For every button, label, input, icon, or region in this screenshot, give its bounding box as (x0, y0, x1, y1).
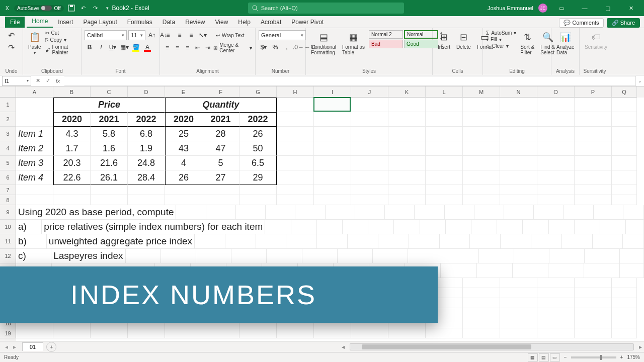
italic-button[interactable]: I (96, 42, 106, 52)
col-header-I[interactable]: I (314, 86, 351, 98)
horizontal-scrollbar[interactable] (350, 343, 634, 350)
insert-cells-button[interactable]: ⊞Insert (436, 30, 452, 51)
close-icon[interactable]: ✕ (622, 0, 640, 16)
search-input[interactable]: Search (Alt+Q) (248, 3, 404, 14)
bold-button[interactable]: B (85, 42, 95, 52)
align-left-icon[interactable]: ≡ (163, 43, 172, 53)
paste-button[interactable]: 📋Paste▾ (26, 30, 43, 56)
hscroll-left-icon[interactable]: ◂ (340, 343, 347, 350)
decrease-indent-icon[interactable]: ⇤ (193, 43, 202, 53)
style-bad[interactable]: Bad (369, 40, 403, 48)
border-button[interactable]: ▦▾ (119, 42, 129, 52)
row-header-9[interactable]: 9 (0, 205, 16, 220)
tab-help[interactable]: Help (233, 17, 256, 28)
name-box[interactable]: I1▾ (2, 76, 31, 86)
autosum-button[interactable]: Σ AutoSum ▾ (486, 30, 516, 36)
qat-dropdown-icon[interactable]: ▾ (103, 4, 112, 13)
row-header-6[interactable]: 6 (0, 170, 16, 185)
font-color-button[interactable]: A (142, 42, 152, 52)
col-header-M[interactable]: M (463, 86, 500, 98)
align-middle-icon[interactable]: ≡ (175, 30, 185, 40)
autosave-toggle[interactable]: AutoSave Off (14, 5, 64, 12)
conditional-formatting-button[interactable]: ▤Conditional Formatting (309, 30, 338, 56)
comma-icon[interactable]: , (282, 42, 292, 52)
align-bottom-icon[interactable]: ≡ (186, 30, 196, 40)
hscroll-right-icon[interactable]: ▸ (637, 343, 644, 350)
font-size-combo[interactable]: 11▾ (128, 30, 145, 40)
orientation-icon[interactable]: ⤡▾ (198, 30, 208, 40)
tab-home[interactable]: Home (27, 16, 53, 28)
tab-power-pivot[interactable]: Power Pivot (286, 17, 329, 28)
view-pagebreak-icon[interactable]: ▭ (550, 353, 560, 361)
sensitivity-button[interactable]: 🏷Sensitivity (583, 30, 609, 51)
fx-icon[interactable]: fx (53, 76, 62, 85)
save-icon[interactable] (67, 4, 76, 13)
percent-icon[interactable]: % (270, 42, 280, 52)
tab-page-layout[interactable]: Page Layout (78, 17, 122, 28)
col-header-F[interactable]: F (202, 86, 239, 98)
delete-cells-button[interactable]: ⊟Delete (454, 30, 473, 51)
format-painter-button[interactable]: 🖌 Format Painter (45, 44, 78, 55)
tab-data[interactable]: Data (157, 17, 180, 28)
row-header-8[interactable]: 8 (0, 195, 16, 205)
style-normal2[interactable]: Normal 2 (369, 30, 403, 39)
sheet-prev-icon[interactable]: ◂ (3, 343, 10, 350)
maximize-icon[interactable]: ▢ (599, 0, 617, 16)
sort-filter-button[interactable]: ⇅Sort & Filter (518, 30, 536, 56)
sheet-next-icon[interactable]: ▸ (11, 343, 18, 350)
col-header-O[interactable]: O (537, 86, 575, 98)
align-top-icon[interactable]: ≡ (163, 30, 173, 40)
row-header-11[interactable]: 11 (0, 234, 16, 249)
avatar[interactable]: JE (538, 4, 547, 13)
underline-button[interactable]: U▾ (108, 42, 118, 52)
col-header-B[interactable]: B (53, 86, 91, 98)
enter-formula-icon[interactable]: ✓ (43, 76, 52, 85)
col-header-H[interactable]: H (277, 86, 314, 98)
col-header-J[interactable]: J (351, 86, 388, 98)
col-header-A[interactable]: A (16, 86, 53, 98)
col-header-K[interactable]: K (388, 86, 426, 98)
row-header-1[interactable]: 1 (0, 98, 16, 112)
row-header-7[interactable]: 7 (0, 185, 16, 195)
col-header-N[interactable]: N (500, 86, 537, 98)
redo-icon[interactable]: ↷ (91, 4, 100, 13)
row-header-12[interactable]: 12 (0, 249, 16, 263)
col-header-G[interactable]: G (239, 86, 277, 98)
tab-view[interactable]: View (210, 17, 233, 28)
merge-center-button[interactable]: ⊞ Merge & Center ▾ (213, 42, 252, 53)
increase-decimal-icon[interactable]: .0→ (293, 42, 303, 52)
increase-font-icon[interactable]: A↑ (147, 30, 157, 40)
redo-button[interactable]: ↷ (7, 42, 17, 52)
zoom-level[interactable]: 175% (627, 354, 640, 360)
formula-bar[interactable] (64, 76, 636, 86)
zoom-out-icon[interactable]: − (564, 354, 567, 360)
comments-button[interactable]: 💬 Comments (559, 18, 603, 28)
row-header-5[interactable]: 5 (0, 156, 16, 170)
col-header-L[interactable]: L (426, 86, 463, 98)
user-name[interactable]: Joshua Emmanuel (488, 5, 533, 11)
formula-expand-icon[interactable]: ⌄ (636, 78, 644, 83)
fill-button[interactable]: ▾ Fill ▾ (486, 37, 516, 42)
tab-file[interactable]: File (5, 17, 25, 28)
undo-button[interactable]: ↶ (7, 30, 17, 40)
align-right-icon[interactable]: ≡ (183, 43, 192, 53)
wrap-text-button[interactable]: ↩ Wrap Text (216, 33, 245, 38)
accounting-icon[interactable]: $▾ (259, 42, 269, 52)
analyze-data-button[interactable]: 📊Analyze Data (554, 30, 577, 56)
row-header-19[interactable]: 19 (0, 328, 16, 338)
share-button[interactable]: 🔗 Share (607, 18, 640, 28)
col-header-D[interactable]: D (128, 86, 165, 98)
row-header-2[interactable]: 2 (0, 112, 16, 127)
col-header-P[interactable]: P (575, 86, 612, 98)
copy-button[interactable]: ⎘ Copy ▾ (45, 37, 78, 43)
minimize-icon[interactable]: — (576, 0, 594, 16)
zoom-slider[interactable] (571, 356, 616, 358)
clear-button[interactable]: ◇ Clear ▾ (486, 43, 516, 49)
sheet-tab-01[interactable]: 01 (22, 342, 43, 351)
cancel-formula-icon[interactable]: ✕ (33, 76, 42, 85)
col-header-E[interactable]: E (165, 86, 202, 98)
align-center-icon[interactable]: ≡ (173, 43, 182, 53)
cut-button[interactable]: ✂ Cut (45, 30, 78, 36)
format-as-table-button[interactable]: ▦Format as Table (340, 30, 367, 56)
new-sheet-icon[interactable]: + (46, 342, 56, 352)
